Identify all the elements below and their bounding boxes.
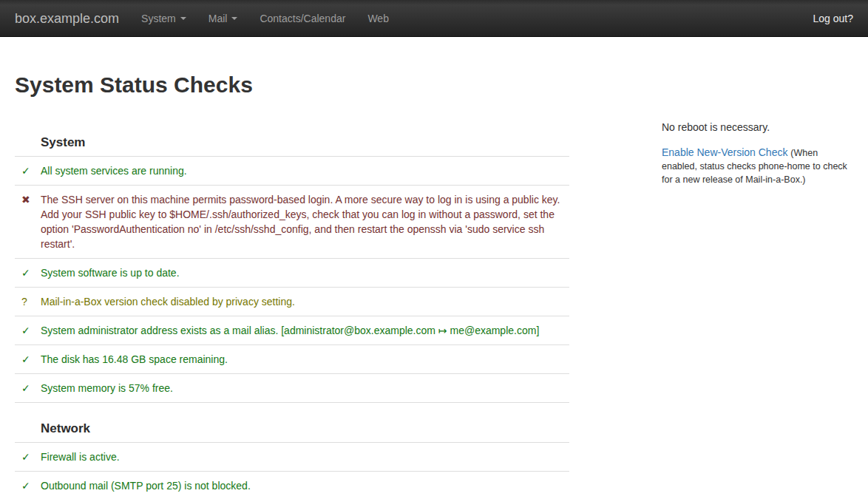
status-check-text: The SSH server on this machine permits p… <box>41 186 569 259</box>
status-check-text: Outbound mail (SMTP port 25) is not bloc… <box>41 472 569 499</box>
section-heading-spacer <box>15 403 41 443</box>
section-heading-spacer <box>15 117 41 157</box>
status-check-text: System memory is 57% free. <box>41 374 569 403</box>
status-check-row: ✓System administrator address exists as … <box>15 316 569 345</box>
page-title: System Status Checks <box>15 72 253 97</box>
status-check-row: ✓Outbound mail (SMTP port 25) is not blo… <box>15 472 569 499</box>
section-heading-label: Network <box>41 403 569 443</box>
nav-item-mail[interactable]: Mail <box>197 0 249 36</box>
caret-down-icon <box>231 17 237 20</box>
status-check-text: System administrator address exists as a… <box>41 316 569 345</box>
check-icon: ✓ <box>15 259 41 288</box>
section-heading-label: System <box>41 117 569 157</box>
navbar-brand[interactable]: box.example.com <box>0 0 130 36</box>
nav-item-web[interactable]: Web <box>356 0 400 36</box>
check-icon: ✓ <box>15 472 41 499</box>
status-check-row: ✓Firewall is active. <box>15 443 569 472</box>
status-checks-table: System✓All system services are running.✖… <box>15 117 569 499</box>
x-icon: ✖ <box>15 186 41 259</box>
check-icon: ✓ <box>15 345 41 374</box>
logout-link[interactable]: Log out? <box>802 0 868 36</box>
check-icon: ✓ <box>15 316 41 345</box>
section-heading-row-system: System <box>15 117 569 157</box>
status-check-row: ✓All system services are running. <box>15 157 569 186</box>
check-icon: ✓ <box>15 443 41 472</box>
status-check-text: Mail-in-a-Box version check disabled by … <box>41 288 569 316</box>
version-check-block: Enable New-Version Check (When enabled, … <box>662 145 852 186</box>
question-icon: ? <box>15 288 41 316</box>
status-check-row: ✓The disk has 16.48 GB space remaining. <box>15 345 569 374</box>
navbar: box.example.com SystemMailContacts/Calen… <box>0 0 868 37</box>
caret-down-icon <box>180 17 186 20</box>
status-check-row: ✓System memory is 57% free. <box>15 374 569 403</box>
navbar-menu: SystemMailContacts/CalendarWeb <box>130 0 400 36</box>
status-check-row: ✖The SSH server on this machine permits … <box>15 186 569 259</box>
enable-version-check-link[interactable]: Enable New-Version Check <box>662 145 787 160</box>
status-check-text: Firewall is active. <box>41 443 569 472</box>
reboot-status: No reboot is necessary. <box>662 120 852 135</box>
status-check-text: The disk has 16.48 GB space remaining. <box>41 345 569 374</box>
status-check-row: ?Mail-in-a-Box version check disabled by… <box>15 288 569 316</box>
status-checks-body: System✓All system services are running.✖… <box>15 117 569 499</box>
status-check-text: All system services are running. <box>41 157 569 186</box>
side-panel: No reboot is necessary. Enable New-Versi… <box>662 120 852 186</box>
check-icon: ✓ <box>15 374 41 403</box>
section-heading-row-network: Network <box>15 403 569 443</box>
nav-item-contacts-calendar[interactable]: Contacts/Calendar <box>248 0 356 36</box>
status-check-text: System software is up to date. <box>41 259 569 288</box>
check-icon: ✓ <box>15 157 41 186</box>
status-check-row: ✓System software is up to date. <box>15 259 569 288</box>
nav-item-system[interactable]: System <box>130 0 197 36</box>
